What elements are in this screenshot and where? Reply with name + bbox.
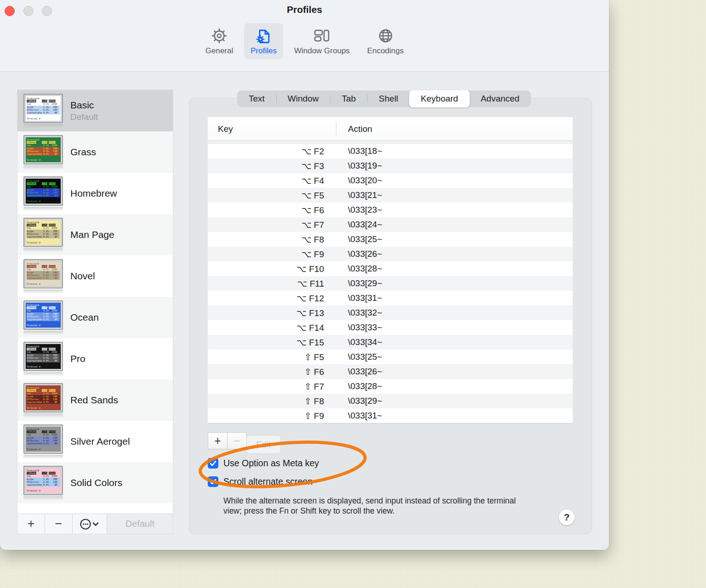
set-default-button[interactable]: Default — [107, 514, 173, 534]
keybinding-row[interactable]: ⌥ F15 \033[34~ — [208, 335, 573, 350]
keybinding-row[interactable]: ⇧ F6 \033[26~ — [208, 364, 573, 379]
profile-item-man-page[interactable]: Terminal#COMMAND %CPU RPRVDtop 4.1% 231K… — [17, 214, 173, 255]
profile-actions-button[interactable] — [73, 514, 107, 534]
keybinding-row[interactable]: ⌥ F4 \033[20~ — [208, 173, 573, 188]
key-cell: ⇧ F7 — [208, 381, 336, 392]
action-cell: \033[28~ — [336, 381, 382, 391]
key-cell: ⌥ F2 — [208, 146, 336, 157]
key-cell: ⌥ F14 — [208, 322, 336, 333]
help-text: While the alternate screen is displayed,… — [223, 496, 531, 516]
profile-item-pro[interactable]: Terminal#COMMAND %CPU RPRVDtop 4.1% 231K… — [17, 338, 173, 379]
thumbnail-reflection — [23, 289, 63, 294]
add-key-button[interactable]: + — [208, 432, 228, 449]
key-cell: ⇧ F5 — [208, 352, 336, 362]
chevron-down-icon — [93, 523, 98, 525]
add-profile-button[interactable]: + — [17, 514, 45, 534]
profile-item-grass[interactable]: Terminal#COMMAND %CPU RPRVDtop 4.1% 231K… — [17, 131, 173, 173]
option-meta-checkbox[interactable] — [208, 458, 218, 469]
toolbar-item-window-groups[interactable]: Window Groups — [288, 23, 356, 59]
keybinding-row[interactable]: ⌥ F6 \033[23~ — [208, 203, 573, 217]
toolbar-label-encodings: Encodings — [367, 46, 404, 56]
action-cell: \033[31~ — [336, 411, 382, 421]
key-cell: ⌥ F8 — [208, 234, 336, 245]
action-cell: \033[23~ — [336, 205, 382, 215]
keybinding-row[interactable]: ⇧ F5 \033[25~ — [208, 350, 573, 364]
keybinding-row[interactable]: ⌥ F12 \033[31~ — [208, 291, 573, 305]
profile-name: Pro — [70, 353, 85, 364]
keybinding-row[interactable]: ⌥ F9 \033[26~ — [208, 247, 573, 261]
key-cell: ⌥ F10 — [208, 264, 336, 274]
tab-keyboard[interactable]: Keyboard — [409, 90, 469, 107]
action-cell: \033[29~ — [336, 278, 382, 288]
key-cell: ⌥ F12 — [208, 293, 336, 304]
toolbar-item-encodings[interactable]: Encodings — [361, 23, 410, 59]
action-cell: \033[20~ — [336, 175, 382, 186]
keybinding-row[interactable]: ⌥ F3 \033[19~ — [208, 158, 573, 173]
action-cell: \033[29~ — [336, 396, 382, 406]
tab-window[interactable]: Window — [276, 90, 330, 107]
profile-name: Red Sands — [70, 395, 118, 406]
tab-advanced[interactable]: Advanced — [469, 90, 531, 107]
profile-thumbnail: Terminal#COMMAND %CPU RPRVDtop 4.1% 231K… — [23, 218, 66, 252]
toolbar-item-general[interactable]: General — [199, 23, 239, 59]
action-cell: \033[24~ — [336, 220, 382, 230]
help-button[interactable]: ? — [558, 509, 575, 526]
window-title: Profiles — [0, 4, 609, 15]
option-meta-checkbox-row: Use Option as Meta key — [208, 458, 319, 469]
tab-text[interactable]: Text — [237, 90, 276, 107]
keybinding-row[interactable]: ⌥ F10 \033[28~ — [208, 261, 573, 276]
profile-item-basic[interactable]: Terminal#COMMAND %CPU RPRVDtop 4.1% 231K… — [17, 90, 173, 131]
keybinding-row[interactable]: ⌥ F11 \033[29~ — [208, 276, 573, 291]
globe-icon — [377, 26, 394, 46]
tab-shell[interactable]: Shell — [367, 90, 410, 107]
profile-item-red-sands[interactable]: Terminal#COMMAND %CPU RPRVDtop 4.1% 231K… — [17, 379, 173, 421]
remove-key-button[interactable]: − — [227, 432, 247, 449]
key-cell: ⇧ F9 — [208, 411, 336, 421]
profile-name: Silver Aerogel — [70, 436, 130, 447]
tab-tab[interactable]: Tab — [330, 90, 367, 107]
profile-item-novel[interactable]: Terminal#COMMAND %CPU RPRVDtop 4.1% 231K… — [17, 255, 173, 297]
toolbar-label-window-groups: Window Groups — [294, 46, 350, 56]
key-cell: ⌥ F5 — [208, 190, 336, 201]
keybinding-row[interactable]: ⌥ F7 \033[24~ — [208, 217, 573, 232]
profile-item-ocean[interactable]: Terminal#COMMAND %CPU RPRVDtop 4.1% 231K… — [17, 297, 173, 338]
keybinding-row[interactable]: ⌥ F13 \033[32~ — [208, 305, 573, 320]
scroll-alt-checkbox[interactable] — [208, 476, 218, 487]
sidebar-footer: + − Default — [17, 514, 173, 534]
profile-list: Terminal#COMMAND %CPU RPRVDtop 4.1% 231K… — [17, 90, 173, 514]
action-cell: \033[34~ — [336, 337, 382, 347]
thumbnail-reflection — [23, 413, 63, 418]
tab-bar: TextWindowTabShellKeyboardAdvanced — [237, 90, 531, 107]
key-cell: ⌥ F15 — [208, 337, 336, 348]
profile-item-solid-colors[interactable]: Terminal#COMMAND %CPU RPRVDtop 4.1% 231K… — [17, 462, 173, 503]
thumbnail-reflection — [23, 207, 63, 211]
action-cell: \033[26~ — [336, 367, 382, 377]
action-cell: \033[19~ — [336, 161, 382, 171]
action-cell: \033[28~ — [336, 264, 382, 274]
column-divider — [336, 122, 336, 136]
profile-item-silver-aerogel[interactable]: Terminal#COMMAND %CPU RPRVDtop 4.1% 231K… — [17, 421, 173, 462]
keybinding-row[interactable]: ⇧ F9 \033[31~ — [208, 408, 573, 423]
keybinding-row[interactable]: ⇧ F8 \033[29~ — [208, 394, 573, 408]
keybinding-row[interactable]: ⌥ F14 \033[33~ — [208, 320, 573, 335]
key-cell: ⌥ F7 — [208, 220, 336, 230]
key-cell: ⌥ F13 — [208, 308, 336, 318]
profiles-doc-icon — [255, 26, 273, 46]
thumbnail-reflection — [23, 124, 63, 128]
profile-thumbnail: Terminal#COMMAND %CPU RPRVDtop 4.1% 231K… — [23, 135, 66, 170]
edit-key-button[interactable]: Edit — [246, 435, 281, 454]
toolbar-label-general: General — [205, 46, 233, 56]
keybinding-row[interactable]: ⌥ F5 \033[21~ — [208, 188, 573, 203]
profile-name: Novel — [70, 271, 95, 282]
thumbnail-reflection — [23, 455, 63, 459]
column-header-action: Action — [336, 124, 372, 134]
keybinding-row[interactable]: ⌥ F8 \033[25~ — [208, 232, 573, 247]
profile-item-homebrew[interactable]: Terminal#COMMAND %CPU RPRVDtop 4.1% 231K… — [17, 173, 173, 214]
toolbar-item-profiles[interactable]: Profiles — [244, 23, 283, 59]
key-cell: ⌥ F11 — [208, 278, 336, 289]
remove-profile-button[interactable]: − — [45, 514, 73, 534]
ellipsis-circle-icon — [80, 518, 100, 530]
keybinding-row[interactable]: ⇧ F7 \033[28~ — [208, 379, 573, 394]
profile-thumbnail: Terminal#COMMAND %CPU RPRVDtop 4.1% 231K… — [23, 176, 66, 211]
keybinding-row[interactable]: ⌥ F2 \033[18~ — [208, 144, 573, 158]
